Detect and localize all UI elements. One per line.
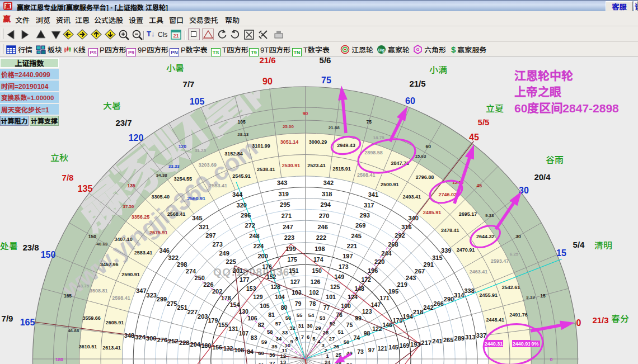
svg-text:51: 51 <box>337 329 344 335</box>
svg-text:202: 202 <box>212 288 222 295</box>
svg-text:149: 149 <box>335 273 345 280</box>
svg-text:297: 297 <box>205 232 215 239</box>
svg-text:120: 120 <box>179 144 186 149</box>
svg-text:152: 152 <box>266 273 276 280</box>
svg-text:0%: 0% <box>531 341 538 347</box>
svg-text:81: 81 <box>268 311 275 318</box>
svg-text:7: 7 <box>301 334 304 340</box>
svg-text:291: 291 <box>424 261 434 268</box>
svg-text:21: 21 <box>173 33 179 39</box>
svg-text:3152.84: 3152.84 <box>224 151 243 157</box>
svg-text:103: 103 <box>292 289 302 296</box>
svg-text:219: 219 <box>397 281 407 288</box>
svg-text:2515.91: 2515.91 <box>332 166 351 172</box>
svg-text:150: 150 <box>41 250 56 259</box>
svg-text:171: 171 <box>379 295 390 301</box>
svg-text:7/7: 7/7 <box>183 79 195 89</box>
svg-text:130: 130 <box>238 308 248 315</box>
svg-text:243: 243 <box>406 275 416 281</box>
svg-text:2593.47: 2593.47 <box>491 258 509 264</box>
svg-text:55: 55 <box>297 312 303 318</box>
svg-text:45: 45 <box>469 133 479 142</box>
svg-text:25.00: 25.00 <box>283 124 294 129</box>
svg-text:197: 197 <box>343 253 353 259</box>
svg-text:春分: 春分 <box>611 311 629 325</box>
svg-text:21/5: 21/5 <box>409 79 425 88</box>
svg-text:34.38: 34.38 <box>156 173 168 178</box>
svg-text:320: 320 <box>237 202 247 209</box>
svg-text:155: 155 <box>218 322 228 328</box>
svg-text:82: 82 <box>258 322 265 328</box>
svg-text:150: 150 <box>312 267 322 274</box>
svg-text:225: 225 <box>226 258 236 265</box>
svg-text:54: 54 <box>308 312 315 318</box>
svg-text:18.75: 18.75 <box>373 135 385 140</box>
svg-text:90: 90 <box>262 77 273 86</box>
svg-text:123: 123 <box>362 308 372 315</box>
svg-text:43.75: 43.75 <box>78 283 90 289</box>
svg-text:2644.32: 2644.32 <box>476 234 495 239</box>
svg-text:2746.02: 2746.02 <box>438 192 457 197</box>
svg-text:大暑: 大暑 <box>103 98 121 112</box>
svg-text:2538.41: 2538.41 <box>257 167 275 172</box>
svg-text:7/8: 7/8 <box>62 173 74 182</box>
svg-text:6: 6 <box>307 334 309 340</box>
svg-text:0: 0 <box>576 318 581 328</box>
svg-text:176: 176 <box>262 263 272 270</box>
svg-text:318: 318 <box>322 191 332 197</box>
svg-text:169: 169 <box>400 342 410 349</box>
svg-text:314: 314 <box>454 292 465 299</box>
svg-text:174: 174 <box>313 256 323 263</box>
svg-text:23/7: 23/7 <box>115 118 132 127</box>
svg-text:3356.25: 3356.25 <box>132 214 150 220</box>
svg-text:131: 131 <box>228 325 238 332</box>
svg-text:129: 129 <box>253 294 263 300</box>
svg-text:135: 135 <box>128 183 135 188</box>
svg-text:32: 32 <box>289 325 295 331</box>
svg-text:294: 294 <box>321 201 331 208</box>
svg-text:321: 321 <box>199 224 209 230</box>
svg-text:148: 148 <box>354 285 364 292</box>
svg-text:292: 292 <box>395 232 405 239</box>
svg-text:105: 105 <box>190 97 205 106</box>
svg-text:23/8: 23/8 <box>22 243 39 252</box>
svg-text:105: 105 <box>260 302 270 309</box>
svg-text:315: 315 <box>432 254 442 261</box>
svg-text:76: 76 <box>336 311 343 318</box>
svg-text:2949.43: 2949.43 <box>337 143 355 148</box>
svg-text:1: 1 <box>326 353 330 359</box>
svg-text:298: 298 <box>177 261 187 268</box>
svg-text:74: 74 <box>353 334 360 341</box>
svg-text:30: 30 <box>307 323 313 329</box>
svg-text:248: 248 <box>249 233 259 239</box>
svg-text:50: 50 <box>344 339 350 345</box>
svg-text:83: 83 <box>251 334 257 341</box>
svg-text:5/6: 5/6 <box>320 56 331 65</box>
svg-text:21/6: 21/6 <box>259 56 275 65</box>
svg-text:59: 59 <box>261 339 268 345</box>
svg-text:9.38: 9.38 <box>485 213 494 218</box>
svg-text:348: 348 <box>124 332 134 339</box>
svg-text:195: 195 <box>388 288 398 295</box>
svg-text:2560.91: 2560.91 <box>187 196 205 201</box>
svg-text:247: 247 <box>283 224 293 230</box>
svg-text:121: 121 <box>378 345 388 352</box>
svg-text:26: 26 <box>333 343 339 349</box>
svg-text:295: 295 <box>280 201 290 208</box>
svg-text:153: 153 <box>246 285 256 292</box>
svg-text:145: 145 <box>388 344 398 351</box>
svg-text:193: 193 <box>410 341 420 348</box>
svg-text:75: 75 <box>321 75 331 85</box>
svg-text:6.25: 6.25 <box>510 252 519 257</box>
svg-text:269: 269 <box>355 222 365 229</box>
svg-text:104: 104 <box>275 294 285 300</box>
svg-text:3: 3 <box>322 342 325 348</box>
svg-text:2491.76: 2491.76 <box>509 312 528 318</box>
svg-text:180: 180 <box>201 342 212 349</box>
svg-text:249: 249 <box>219 250 229 257</box>
svg-text:290: 290 <box>444 296 454 302</box>
svg-text:80: 80 <box>281 304 288 311</box>
svg-text:52: 52 <box>330 320 336 327</box>
svg-text:340: 340 <box>408 215 418 221</box>
svg-text:21.88: 21.88 <box>329 125 340 130</box>
